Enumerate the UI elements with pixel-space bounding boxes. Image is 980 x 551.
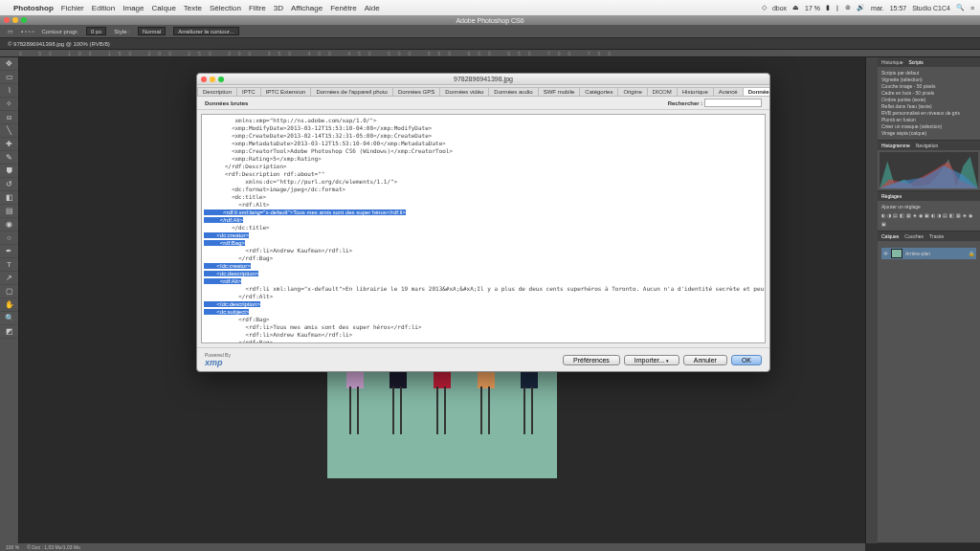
app-menu[interactable]: Photoshop <box>13 4 54 12</box>
document-info[interactable]: © Doc : 1,03 Mo/1,03 Mo <box>27 544 80 550</box>
zoom-window-icon[interactable] <box>21 17 27 23</box>
wifi-icon[interactable]: ⊚ <box>845 4 851 11</box>
layer-thumbnail[interactable] <box>891 249 902 258</box>
tab-origin[interactable]: Origine <box>617 87 647 96</box>
adjustment-icon[interactable]: ◐ <box>931 212 935 219</box>
menu-image[interactable]: Image <box>122 4 144 12</box>
type-tool-icon[interactable]: T <box>0 258 18 272</box>
lasso-tool-icon[interactable]: ⌇ <box>0 84 18 98</box>
histogram-tab[interactable]: Histogramme <box>881 143 910 148</box>
adjustment-icon[interactable]: ▤ <box>943 212 947 219</box>
tab-history[interactable]: Historique <box>677 87 714 96</box>
import-button[interactable]: Importer... <box>624 355 679 365</box>
history-brush-tool-icon[interactable]: ↺ <box>0 178 18 191</box>
script-item[interactable]: Reflet dans l'eau (texte) <box>881 103 976 110</box>
script-item[interactable]: Vignette (sélection) <box>881 77 976 83</box>
tab-dicom[interactable]: DICOM <box>647 87 678 96</box>
layers-tab[interactable]: Calques <box>881 233 899 239</box>
adjustment-icon[interactable]: ▣ <box>881 221 886 228</box>
menu-layer[interactable]: Calque <box>152 4 176 12</box>
tab-advanced[interactable]: Avancé <box>713 87 744 96</box>
xml-textarea[interactable]: xmlns:xmp="http://ns.adobe.com/xap/1.0/"… <box>201 114 766 343</box>
refine-edge-button[interactable]: Améliorer le contour... <box>173 27 238 35</box>
adjustment-icon[interactable]: ◧ <box>949 212 954 219</box>
script-item[interactable]: Ombre portée (texte) <box>881 97 976 103</box>
path-tool-icon[interactable]: ↗ <box>0 272 18 285</box>
adjustment-icon[interactable]: ◉ <box>969 212 972 219</box>
marquee-tool-icon[interactable]: ▭ <box>0 71 18 84</box>
adjustment-icon[interactable]: ▦ <box>956 212 961 219</box>
gradient-tool-icon[interactable]: ▤ <box>0 205 18 218</box>
menu-view[interactable]: Affichage <box>291 4 323 12</box>
menu-filter[interactable]: Filtre <box>249 4 266 12</box>
tab-video-data[interactable]: Données vidéo <box>439 87 489 96</box>
wand-tool-icon[interactable]: ✧ <box>0 98 18 111</box>
scripts-tab[interactable]: Scripts <box>909 59 924 65</box>
script-item[interactable]: Scripts par défaut <box>881 70 976 77</box>
menu-help[interactable]: Aide <box>365 4 380 12</box>
blur-tool-icon[interactable]: ◉ <box>0 218 18 231</box>
adjustment-icon[interactable]: ◑ <box>937 212 941 219</box>
document-tab[interactable]: © 9782896941398.jpg @ 100% (RVB/8) <box>0 38 980 50</box>
script-item[interactable]: Cadre en bois - 50 pixels <box>881 90 976 97</box>
user-name[interactable]: Studio C1C4 <box>912 5 950 11</box>
menu-text[interactable]: Texte <box>184 4 202 12</box>
adjustment-icon[interactable]: ◑ <box>887 212 891 219</box>
feather-input[interactable]: 0 px <box>86 27 106 35</box>
dialog-zoom-icon[interactable] <box>218 77 224 82</box>
hand-tool-icon[interactable]: ✋ <box>0 298 18 312</box>
minimize-window-icon[interactable] <box>12 17 18 23</box>
spotlight-icon[interactable]: 🔍 <box>956 4 965 11</box>
shape-tool-icon[interactable]: ▢ <box>0 285 18 298</box>
notification-icon[interactable]: ≡ <box>970 5 974 11</box>
adjustment-icon[interactable]: ◈ <box>963 212 967 219</box>
dbox-icon[interactable]: dbox <box>772 5 787 11</box>
eraser-tool-icon[interactable]: ◧ <box>0 191 18 205</box>
tab-categories[interactable]: Catégories <box>579 87 618 96</box>
tab-description[interactable]: Description <box>197 87 237 96</box>
dropbox-icon[interactable]: ◇ <box>762 4 767 11</box>
tab-audio-data[interactable]: Données audio <box>488 87 538 96</box>
tab-iptc[interactable]: IPTC <box>236 87 261 96</box>
tab-gps-data[interactable]: Données GPS <box>392 87 440 96</box>
menu-window[interactable]: Fenêtre <box>330 4 357 12</box>
panel-dock[interactable] <box>866 57 878 543</box>
marquee-tool-icon[interactable]: ▭ <box>8 28 13 34</box>
tab-swf-mobile[interactable]: SWF mobile <box>538 87 581 96</box>
menu-file[interactable]: Fichier <box>61 4 84 12</box>
search-input[interactable] <box>704 99 762 107</box>
history-tab[interactable]: Historique <box>881 59 903 65</box>
move-tool-icon[interactable]: ✥ <box>0 57 18 71</box>
script-item[interactable]: RVB personnalisé en niveaux de gris <box>881 110 976 117</box>
cancel-button[interactable]: Annuler <box>683 355 727 365</box>
dialog-minimize-icon[interactable] <box>210 77 215 82</box>
tab-camera-data[interactable]: Données de l'appareil photo <box>310 87 393 96</box>
adjustment-icon[interactable]: ◉ <box>919 212 923 219</box>
adjustment-icon[interactable]: ▣ <box>924 212 929 219</box>
pen-tool-icon[interactable]: ✒ <box>0 245 18 258</box>
clock-day[interactable]: mar. <box>871 5 884 11</box>
menu-3d[interactable]: 3D <box>274 4 283 12</box>
dodge-tool-icon[interactable]: ○ <box>0 231 18 245</box>
adjustment-icon[interactable]: ▤ <box>893 212 898 219</box>
zoom-tool-icon[interactable]: 🔍 <box>0 312 18 325</box>
adjustment-icon[interactable]: ◧ <box>900 212 904 219</box>
eject-icon[interactable]: ⏏ <box>792 4 799 11</box>
paths-tab[interactable]: Tracés <box>929 233 944 239</box>
script-item[interactable]: Couche image - 50 pixels <box>881 83 976 90</box>
navigator-tab[interactable]: Navigation <box>916 143 939 148</box>
visibility-icon[interactable]: 👁 <box>883 251 888 257</box>
tab-iptc-extension[interactable]: IPTC Extension <box>260 87 312 96</box>
fg-bg-color-icon[interactable]: ◩ <box>0 325 18 339</box>
volume-icon[interactable]: 🔊 <box>857 4 865 11</box>
script-item[interactable]: Créer un masque (sélection) <box>881 123 976 130</box>
stamp-tool-icon[interactable]: ⛊ <box>0 165 18 178</box>
adjustment-icon[interactable]: ▦ <box>906 212 911 219</box>
script-item[interactable]: Plomb en fusion <box>881 117 976 123</box>
menu-edit[interactable]: Edition <box>92 4 115 12</box>
close-window-icon[interactable] <box>4 17 10 23</box>
dialog-close-icon[interactable] <box>201 77 207 82</box>
tab-raw-data[interactable]: Données brutes <box>743 87 769 96</box>
menu-select[interactable]: Sélection <box>210 4 241 12</box>
brush-tool-icon[interactable]: ✎ <box>0 151 18 165</box>
